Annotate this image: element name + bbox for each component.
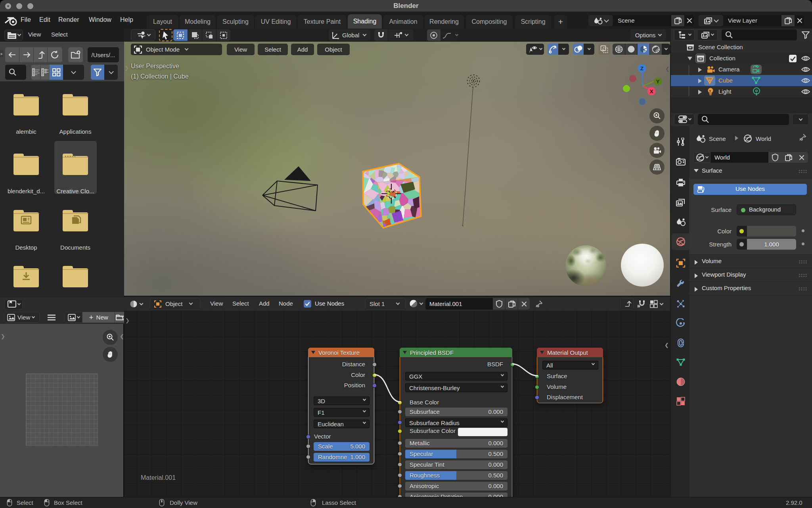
svg-text:Z: Z	[640, 65, 643, 71]
svg-text:Y: Y	[656, 79, 660, 85]
svg-text:X: X	[650, 89, 653, 94]
